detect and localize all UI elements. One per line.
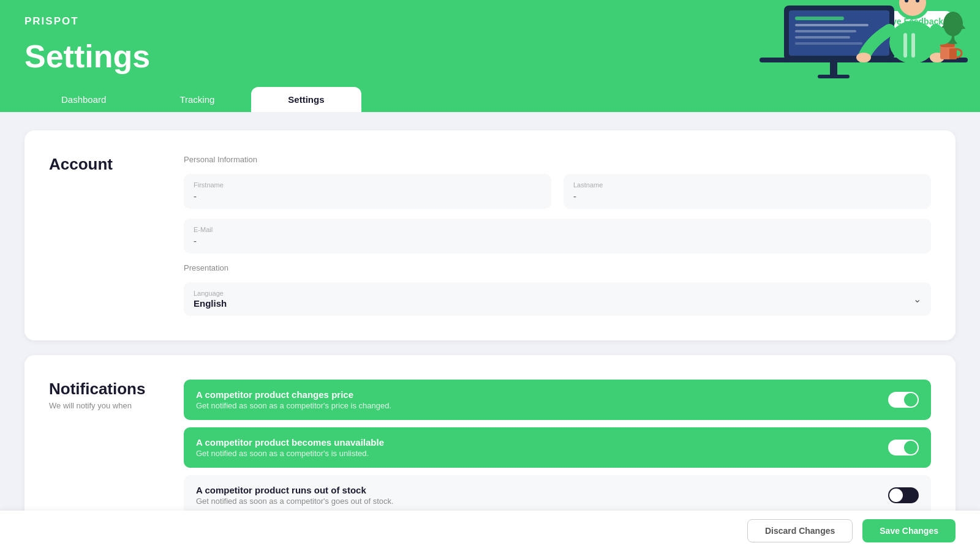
name-row: Firstname - Lastname - xyxy=(184,174,931,209)
language-select[interactable]: Language English ⌄ xyxy=(184,282,931,316)
email-label: E-Mail xyxy=(194,226,921,233)
toggle-price-change[interactable] xyxy=(888,392,919,408)
notif-price-desc: Get notified as soon as a competitor's p… xyxy=(196,401,391,410)
save-changes-button[interactable]: Save Changes xyxy=(862,519,956,542)
personal-info-heading: Personal Information xyxy=(184,155,931,164)
notif-stock-title: A competitor product runs out of stock xyxy=(196,485,394,495)
logo: PRISPOT xyxy=(24,15,79,28)
svg-rect-8 xyxy=(795,36,850,39)
svg-rect-7 xyxy=(795,30,856,32)
svg-point-26 xyxy=(943,12,963,36)
svg-point-18 xyxy=(856,53,871,62)
toggle-out-of-stock[interactable] xyxy=(888,487,919,503)
nav-tabs: Dashboard Tracking Settings xyxy=(24,87,956,112)
account-card: Account Personal Information Firstname -… xyxy=(24,130,956,340)
svg-rect-5 xyxy=(795,17,844,20)
language-info: Language English xyxy=(194,290,227,309)
email-row: E-Mail - xyxy=(184,219,931,253)
svg-rect-2 xyxy=(818,75,850,78)
notifications-sublabel: We will notify you when xyxy=(49,401,147,410)
toggle-unavailable[interactable] xyxy=(888,440,919,455)
tab-tracking[interactable]: Tracking xyxy=(143,87,251,112)
notif-unavailable-desc: Get notified as soon as a competitor's i… xyxy=(196,449,384,458)
email-field[interactable]: E-Mail - xyxy=(184,219,931,253)
account-title: Account xyxy=(49,155,147,174)
notification-out-of-stock: A competitor product runs out of stock G… xyxy=(184,475,931,515)
firstname-field[interactable]: Firstname - xyxy=(184,174,551,209)
tab-settings[interactable]: Settings xyxy=(251,87,361,112)
notif-stock-text: A competitor product runs out of stock G… xyxy=(196,485,394,506)
lastname-value: - xyxy=(573,191,921,201)
notifications-label: Notifications We will notify you when xyxy=(49,380,147,523)
account-label: Account xyxy=(49,155,147,316)
notifications-title: Notifications xyxy=(49,380,147,399)
discard-changes-button[interactable]: Discard Changes xyxy=(747,519,853,542)
notif-unavailable-title: A competitor product becomes unavailable xyxy=(196,437,384,448)
svg-rect-9 xyxy=(795,42,862,45)
presentation-heading: Presentation xyxy=(184,263,931,272)
account-body: Personal Information Firstname - Lastnam… xyxy=(184,155,931,316)
toggle-stock-knob xyxy=(889,489,903,502)
email-value: - xyxy=(194,236,921,246)
main-content: Account Personal Information Firstname -… xyxy=(0,112,980,551)
notification-unavailable: A competitor product becomes unavailable… xyxy=(184,427,931,468)
illustration xyxy=(723,0,980,88)
notification-price-change: A competitor product changes price Get n… xyxy=(184,380,931,420)
svg-rect-22 xyxy=(949,48,957,59)
language-value: English xyxy=(194,298,227,309)
firstname-label: Firstname xyxy=(194,181,541,189)
toggle-price-knob xyxy=(904,393,918,407)
lastname-field[interactable]: Lastname - xyxy=(564,174,931,209)
notif-stock-desc: Get notified as soon as a competitor's g… xyxy=(196,497,394,506)
notif-price-title: A competitor product changes price xyxy=(196,389,391,400)
notif-price-text: A competitor product changes price Get n… xyxy=(196,389,391,410)
notifications-body: A competitor product changes price Get n… xyxy=(184,380,931,523)
firstname-value: - xyxy=(194,191,541,201)
notif-unavailable-text: A competitor product becomes unavailable… xyxy=(196,437,384,458)
svg-rect-16 xyxy=(903,33,907,58)
footer: Discard Changes Save Changes xyxy=(0,511,980,551)
chevron-down-icon: ⌄ xyxy=(913,293,921,305)
header: PRISPOT ♥ Give Feedback Settings xyxy=(0,0,980,112)
svg-rect-6 xyxy=(795,24,869,26)
toggle-unavailable-knob xyxy=(904,441,918,454)
svg-rect-17 xyxy=(911,33,915,58)
language-label: Language xyxy=(194,290,227,297)
tab-dashboard[interactable]: Dashboard xyxy=(24,87,143,112)
lastname-label: Lastname xyxy=(573,181,921,189)
